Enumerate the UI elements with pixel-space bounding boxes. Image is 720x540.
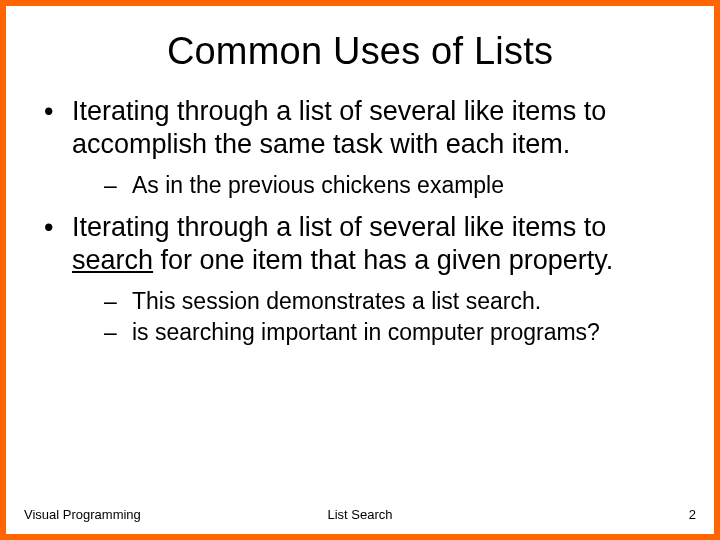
sub-bullet-text: This session demonstrates a list search. — [132, 288, 541, 314]
bullet-text-underline: search — [72, 245, 153, 275]
bullet-list: Iterating through a list of several like… — [38, 95, 676, 347]
footer-left: Visual Programming — [24, 507, 248, 522]
sub-bullet-item: is searching important in computer progr… — [72, 318, 676, 348]
sub-bullet-list: This session demonstrates a list search.… — [72, 287, 676, 348]
bullet-item: Iterating through a list of several like… — [38, 95, 676, 201]
slide-title: Common Uses of Lists — [24, 30, 696, 73]
bullet-text-part: for one item that has a given property. — [153, 245, 613, 275]
sub-bullet-item: This session demonstrates a list search. — [72, 287, 676, 317]
slide: Common Uses of Lists Iterating through a… — [0, 0, 720, 540]
sub-bullet-item: As in the previous chickens example — [72, 171, 676, 201]
sub-bullet-text: As in the previous chickens example — [132, 172, 504, 198]
footer-center: List Search — [248, 507, 472, 522]
footer-right: 2 — [472, 507, 696, 522]
slide-body: Iterating through a list of several like… — [24, 95, 696, 347]
bullet-text: Iterating through a list of several like… — [72, 96, 606, 159]
bullet-item: Iterating through a list of several like… — [38, 211, 676, 348]
sub-bullet-list: As in the previous chickens example — [72, 171, 676, 201]
sub-bullet-text: is searching important in computer progr… — [132, 319, 600, 345]
slide-footer: Visual Programming List Search 2 — [24, 507, 696, 522]
bullet-text-part: Iterating through a list of several like… — [72, 212, 606, 242]
